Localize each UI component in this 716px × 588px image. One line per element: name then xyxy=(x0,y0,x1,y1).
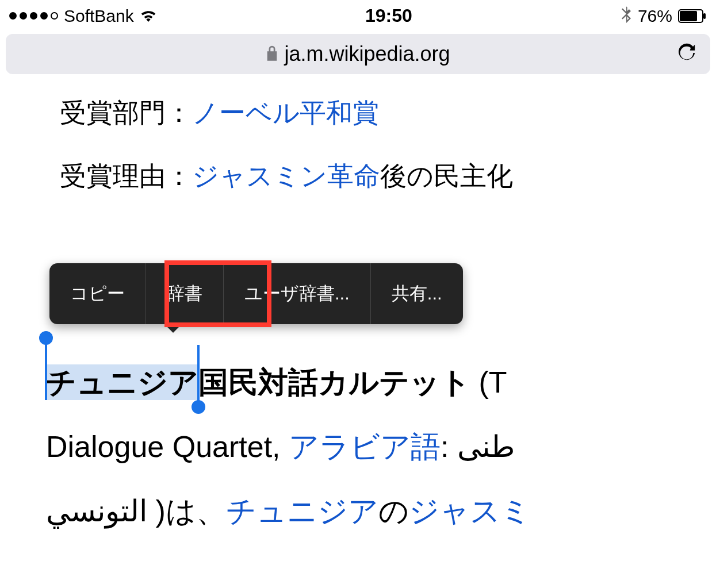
tunisia-link[interactable]: チュニジア xyxy=(226,494,378,528)
menu-share[interactable]: 共有... xyxy=(371,263,463,324)
callout-arrow-icon xyxy=(163,322,183,333)
award-category-link[interactable]: ノーベル平和賞 xyxy=(192,98,379,128)
selection-bar-left-icon xyxy=(45,338,47,400)
menu-copy[interactable]: コピー xyxy=(49,263,146,324)
paren-open: (T xyxy=(470,366,507,399)
menu-user-dictionary[interactable]: ユーザ辞書... xyxy=(224,263,371,324)
award-reason-link[interactable]: ジャスミン革命 xyxy=(192,161,380,191)
page-content: 受賞部門：ノーベル平和賞 受賞理由：ジャスミン革命後の民主化 xyxy=(0,81,716,194)
arabic-language-link[interactable]: アラビア語 xyxy=(289,430,441,463)
award-reason-tail: 後の民主化 xyxy=(380,161,513,191)
title-rest: 国民対話カルテット xyxy=(198,366,470,399)
clock: 19:50 xyxy=(365,5,412,26)
status-left: SoftBank xyxy=(9,6,157,26)
arabic-text-2: التونسي xyxy=(46,494,147,528)
menu-dictionary[interactable]: 辞書 xyxy=(146,263,224,324)
signal-strength-icon xyxy=(9,12,58,20)
article-line-1: チュニジア 国民対話カルテット (T xyxy=(46,351,716,415)
url-bar[interactable]: ja.m.wikipedia.org xyxy=(6,34,710,74)
award-category-row: 受賞部門：ノーベル平和賞 xyxy=(60,95,716,130)
url-text: ja.m.wikipedia.org xyxy=(284,42,450,66)
article-line-2: Dialogue Quartet, アラビア語: طنى xyxy=(46,415,716,479)
status-right: 76% xyxy=(621,5,707,27)
carrier-label: SoftBank xyxy=(64,6,134,26)
award-category-label: 受賞部門： xyxy=(60,98,192,128)
svg-rect-1 xyxy=(680,11,697,21)
line2-colon: : xyxy=(441,430,457,463)
wifi-icon xyxy=(140,6,157,26)
text-selection-callout: コピー 辞書 ユーザ辞書... 共有... xyxy=(49,263,463,324)
status-bar: SoftBank 19:50 76% xyxy=(0,0,716,29)
battery-percentage: 76% xyxy=(638,6,672,26)
svg-rect-2 xyxy=(703,13,706,19)
reload-icon[interactable] xyxy=(677,42,696,66)
article-body: チュニジア 国民対話カルテット (T Dialogue Quartet, アラビ… xyxy=(46,351,716,543)
line2-text: Dialogue Quartet, xyxy=(46,430,289,463)
bluetooth-icon xyxy=(621,5,632,27)
text-selection[interactable]: チュニジア xyxy=(46,351,198,415)
lock-icon xyxy=(266,45,278,63)
context-menu: コピー 辞書 ユーザ辞書... 共有... xyxy=(49,263,463,324)
paren-close: ) xyxy=(147,494,166,528)
battery-icon xyxy=(678,9,707,23)
arabic-text-1: طنى xyxy=(457,430,515,463)
line3-a: は、 xyxy=(166,494,226,528)
award-reason-label: 受賞理由： xyxy=(60,161,192,191)
jasmine-link[interactable]: ジャスミ xyxy=(409,494,531,528)
selection-handle-end-icon[interactable] xyxy=(192,400,205,414)
selection-bar-right-icon xyxy=(197,345,200,407)
line3-b: の xyxy=(378,494,409,528)
selected-text: チュニジア xyxy=(46,364,198,400)
article-line-3: التونسي )は、チュニジアのジャスミ xyxy=(46,479,716,544)
award-reason-row: 受賞理由：ジャスミン革命後の民主化 xyxy=(60,158,716,194)
